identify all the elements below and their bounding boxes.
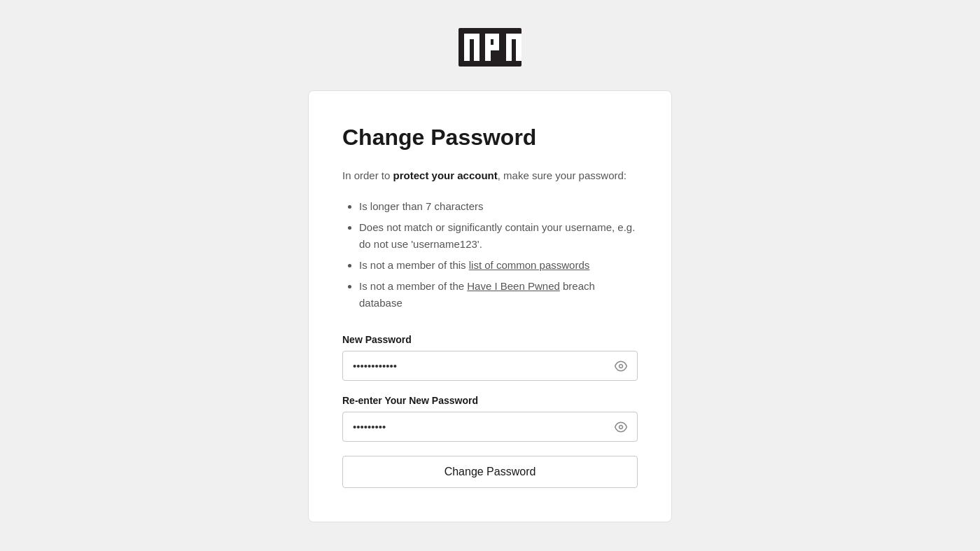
requirement-hibp: Is not a member of the Have I Been Pwned… — [359, 278, 638, 312]
requirements-list: Is longer than 7 characters Does not mat… — [342, 198, 638, 312]
requirement-username: Does not match or significantly contain … — [359, 219, 638, 253]
svg-rect-6 — [493, 34, 499, 45]
req-hibp-prefix: Is not a member of the — [359, 280, 467, 292]
svg-rect-3 — [474, 34, 479, 61]
svg-rect-7 — [485, 45, 499, 50]
confirm-password-group: Re-enter Your New Password — [342, 395, 638, 442]
confirm-password-wrapper — [342, 412, 638, 442]
new-password-wrapper — [342, 351, 638, 381]
npm-logo-image — [458, 28, 522, 67]
confirm-password-label: Re-enter Your New Password — [342, 395, 638, 406]
svg-rect-11 — [491, 39, 493, 45]
svg-point-12 — [620, 364, 623, 368]
hibp-link[interactable]: Have I Been Pwned — [467, 280, 560, 292]
page-title: Change Password — [342, 125, 638, 151]
new-password-group: New Password — [342, 334, 638, 381]
new-password-input[interactable] — [342, 351, 638, 381]
confirm-password-input[interactable] — [342, 412, 638, 442]
confirm-password-toggle-btn[interactable] — [612, 419, 629, 435]
intro-paragraph: In order to protect your account, make s… — [342, 167, 638, 184]
eye-icon — [614, 359, 628, 373]
npm-logo — [458, 28, 522, 69]
svg-rect-10 — [516, 34, 522, 61]
intro-suffix: , make sure your password: — [498, 169, 626, 181]
requirement-common-passwords: Is not a member of this list of common p… — [359, 257, 638, 274]
new-password-label: New Password — [342, 334, 638, 345]
svg-point-13 — [620, 425, 623, 428]
eye-icon-2 — [614, 420, 628, 434]
req-common-prefix: Is not a member of this — [359, 259, 469, 271]
intro-emphasis: protect your account — [393, 169, 498, 181]
change-password-card: Change Password In order to protect your… — [308, 90, 672, 522]
common-passwords-link[interactable]: list of common passwords — [469, 259, 590, 271]
intro-prefix: In order to — [342, 169, 393, 181]
new-password-toggle-btn[interactable] — [612, 358, 629, 375]
requirement-length: Is longer than 7 characters — [359, 198, 638, 215]
change-password-button[interactable]: Change Password — [342, 456, 638, 488]
